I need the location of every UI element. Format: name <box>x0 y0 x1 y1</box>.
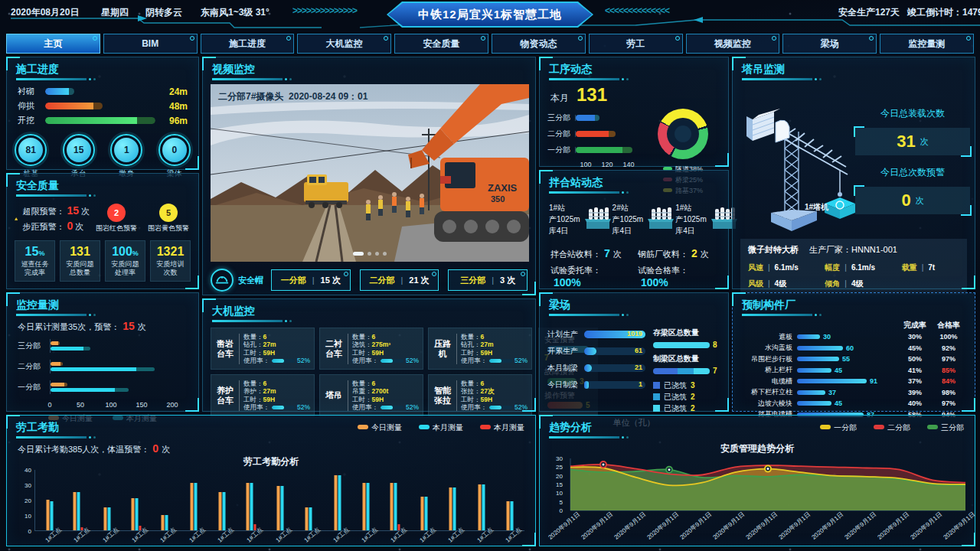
precast-bar-area: 91 <box>797 377 898 385</box>
usage-value: 52% <box>406 403 419 412</box>
precast-bar <box>797 346 843 350</box>
machine-name: 凿岩台车 <box>215 339 235 359</box>
circle-value: 0 <box>162 138 187 162</box>
monitor-x-tick: 0 <box>47 401 51 409</box>
storage-bar: 8 <box>653 341 720 349</box>
usage-fill <box>489 406 501 409</box>
machine-stat-row: 数量：6 <box>461 333 528 341</box>
nav-tab[interactable]: 劳工 <box>589 34 683 54</box>
machine-stat-row: 浇筑：275m³ <box>352 341 419 349</box>
card-divider <box>456 334 457 364</box>
helmet-count-box[interactable]: 三分部|3 次 <box>448 269 528 291</box>
box-name: 三分部 <box>460 275 485 286</box>
labor-y-tick: 40 <box>24 467 31 474</box>
video-scene-illustration: ZAXIS 350 <box>211 84 529 262</box>
machine-card-rows: 数量：6钻孔：27m工时：59H使用率：52% <box>243 333 310 365</box>
panel-beam-yard: 梁场 计划生产1019开累生产61本月制梁21今日制梁1 存梁区总数量8制梁区总… <box>539 292 729 412</box>
camera-overlay-label: 二分部7#摄像头 2020-08-24 09：01 <box>218 90 368 103</box>
progress-bar-label: 开挖 <box>18 115 39 126</box>
monitor-subtitle: 今日累计测量35次，预警：15次 <box>7 320 198 333</box>
precast-bar-area: 30 <box>797 333 898 341</box>
main-nav: 主页BIM施工进度大机监控安全质量物资动态劳工视频监控梁场监控量测 <box>6 34 974 54</box>
precast-pass-rate: 97% <box>932 355 965 363</box>
carousel-dot[interactable] <box>353 252 364 256</box>
crane-field: 倾角|4级 <box>825 279 898 289</box>
mixing-stat: 试验合格率：100% <box>638 265 717 289</box>
helmet-label: 安全帽 <box>238 275 263 286</box>
usage-value: 52% <box>297 403 310 412</box>
helmet-count-box[interactable]: 二分部|21 次 <box>360 269 439 291</box>
box-value: 15 次 <box>321 275 341 286</box>
box-name: 一分部 <box>281 275 306 286</box>
storage-bar-segment <box>653 368 678 374</box>
mixing-stat: 试验委托率：100% <box>550 265 630 289</box>
panel-title: 拌合站动态 <box>540 171 728 191</box>
labor-bar <box>103 507 106 530</box>
machine-stat-row: 工时：59H <box>243 396 310 404</box>
nav-tab[interactable]: 物资动态 <box>492 34 586 54</box>
labor-bar <box>338 475 341 530</box>
title-underline <box>742 78 965 80</box>
precast-qty: 60 <box>846 344 854 352</box>
circle-value: 1 <box>114 138 139 162</box>
precast-row: 电缆槽9137%84% <box>742 376 965 387</box>
machine-stat-row: 数量：6 <box>352 333 419 341</box>
labor-bar <box>219 492 222 530</box>
nav-tab[interactable]: 主页 <box>6 34 100 54</box>
legend-swatch <box>358 425 368 429</box>
labor-bar <box>334 475 337 530</box>
labor-subtitle: 今日累计考勤385人次，体温预警：0次 <box>7 442 181 455</box>
card-divider <box>239 334 240 364</box>
mixing-stations: 1#站产1025m库4日2#站产1025m库4日1#站产1025m库4日 <box>540 197 728 236</box>
station-text: 1#站产1025m库4日 <box>675 202 707 236</box>
labor-bar <box>482 484 485 530</box>
card-divider <box>456 380 457 411</box>
nav-tab[interactable]: 施工进度 <box>201 34 295 54</box>
nav-tab[interactable]: 大机监控 <box>297 34 391 54</box>
labor-bar <box>453 487 456 530</box>
title-underline <box>212 78 526 80</box>
nav-tab[interactable]: 安全质量 <box>394 34 488 54</box>
panel-labor-attendance: 劳工考勤 今日累计考勤385人次，体温预警：0次 今日测量本月测量本月测量 劳工… <box>6 415 536 546</box>
circle-ring: 81 <box>15 134 47 166</box>
safety-stat-tile: 131安质问题总数量 <box>60 240 100 282</box>
progress-bar-value: 24m <box>162 86 188 97</box>
monitor-bar <box>51 383 67 386</box>
title-underline <box>212 320 526 322</box>
crane-field: 风速|6.1m/s <box>748 262 822 273</box>
crane-telemetry-fields: 风速|6.1m/s幅度|6.1m/s载重|7t风级|4级倾角|4级 <box>748 262 959 289</box>
machine-name: 塔吊 <box>324 390 344 400</box>
nav-tab[interactable]: 梁场 <box>782 34 877 54</box>
labor-bar <box>162 515 165 530</box>
month-label: 本月 <box>550 92 569 105</box>
legend-swatch <box>480 425 491 429</box>
carousel-dot[interactable] <box>375 252 379 256</box>
labor-bar <box>507 501 510 530</box>
labor-bar-group: 1#工点 <box>208 470 237 530</box>
nav-tab[interactable]: 监控量测 <box>880 34 974 54</box>
machine-usage-row: 使用率：52% <box>352 403 419 412</box>
precast-name: 边坡六棱块 <box>742 399 797 409</box>
precast-bar-area: 55 <box>797 355 898 363</box>
nav-tab[interactable]: BIM <box>103 34 198 54</box>
labor-bar <box>390 483 393 530</box>
carousel-dot[interactable] <box>383 252 387 256</box>
video-frame[interactable]: ZAXIS 350 二分部7#摄像头 2020-08-24 09：01 <box>211 84 529 262</box>
nav-tab[interactable]: 视频监控 <box>686 34 780 54</box>
labor-bar-group: 1#工点 <box>381 470 410 530</box>
precast-bar <box>797 379 867 383</box>
machine-stat-row: 数量：6 <box>461 380 528 388</box>
labor-bar <box>449 487 452 530</box>
box-value: 3 次 <box>500 275 515 286</box>
machine-stat-row: 数量：6 <box>352 380 419 388</box>
title-underline <box>549 436 629 439</box>
helmet-count-box[interactable]: 一分部|15 次 <box>271 269 351 291</box>
panel-video-monitor: 视频监控 <box>202 57 536 295</box>
labor-bar <box>107 507 110 530</box>
storage-bar: 7 <box>653 367 720 375</box>
carousel-dot[interactable] <box>368 252 371 256</box>
precast-pass-rate: 84% <box>932 377 965 385</box>
crane-field: 风级|4级 <box>748 279 822 289</box>
usage-value: 52% <box>297 357 310 365</box>
progress-bar-label: 仰拱 <box>18 100 39 112</box>
